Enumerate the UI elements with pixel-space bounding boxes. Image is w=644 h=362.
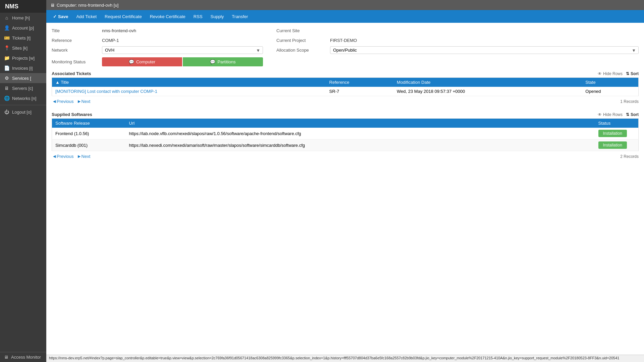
tickets-section-header: Associated Tickets 👁 Hide Rows ⇅ Sort [52, 71, 639, 76]
sidebar-item-servers[interactable]: 🖥 Servers [c] [0, 83, 46, 93]
software-url-cell-0: https://lab.node.vflb.com/nexedi/slapos/… [126, 128, 595, 139]
tickets-section-actions: 👁 Hide Rows ⇅ Sort [598, 71, 639, 76]
sites-icon: 📍 [4, 45, 9, 51]
tickets-prev-button[interactable]: ◀ Previous [52, 98, 75, 105]
title-value: nms-frontend-ovh [102, 27, 136, 33]
sidebar-item-networks[interactable]: 🌐 Networks [n] [0, 93, 46, 103]
sidebar-item-sites[interactable]: 📍 Sites [k] [0, 43, 46, 53]
table-row: Simcarddb (001) https://lab.nexedi.com/n… [52, 139, 639, 151]
partitions-mon-icon: 💬 [210, 59, 215, 64]
sidebar-item-services[interactable]: ⚙ Services [ [0, 73, 46, 83]
account-icon: 👤 [4, 25, 9, 31]
software-status-cell-1: Installation [595, 139, 639, 151]
next-arrow-icon-2: ▶ [78, 154, 80, 159]
reference-label: Reference [52, 37, 102, 43]
software-hide-rows-button[interactable]: 👁 Hide Rows [598, 112, 623, 117]
prev-arrow-icon: ◀ [53, 99, 56, 104]
toolbar: ✓ Save Add Ticket Request Certificate Re… [46, 10, 644, 23]
software-release-cell-0: Frontend (1.0.56) [52, 128, 126, 139]
monitor-icon: 🖥 [4, 355, 8, 360]
sidebar-item-tickets[interactable]: 🎫 Tickets [t] [0, 33, 46, 43]
ticket-modification-date-cell: Wed, 23 May 2018 09:57:37 +0000 [393, 87, 582, 96]
software-table: Software Release Url Status Frontend (1.… [52, 118, 639, 151]
tickets-icon: 🎫 [4, 35, 9, 41]
computer-monitoring-button[interactable]: 💬 Computer [102, 57, 182, 66]
software-section-header: Supplied Softwares 👁 Hide Rows ⇅ Sort [52, 112, 639, 117]
tickets-next-button[interactable]: ▶ Next [76, 98, 92, 105]
installation-button-1[interactable]: Installation [598, 141, 627, 149]
tickets-col-reference[interactable]: Reference [326, 78, 393, 87]
allocation-scope-label: Allocation Scope [276, 46, 330, 53]
current-project-value: FIRST-DEMO [330, 37, 357, 43]
sidebar: NMS ⌂ Home [h] 👤 Account [p] 🎫 Tickets [… [0, 0, 46, 362]
sidebar-item-projects[interactable]: 📁 Projects [w] [0, 53, 46, 63]
software-section-actions: 👁 Hide Rows ⇅ Sort [598, 112, 639, 117]
revoke-certificate-button[interactable]: Revoke Certificate [147, 13, 189, 20]
monitoring-buttons: 💬 Computer 💬 Partitions [102, 57, 263, 66]
installation-button-0[interactable]: Installation [598, 130, 627, 137]
servers-icon: 🖥 [4, 85, 9, 91]
sidebar-access-monitor[interactable]: 🖥 Access Monitor [0, 352, 46, 362]
tickets-hide-rows-button[interactable]: 👁 Hide Rows [598, 71, 623, 76]
eye-icon: 👁 [598, 71, 602, 76]
ticket-state-cell: Opened [582, 87, 638, 96]
software-col-release[interactable]: Software Release [52, 119, 126, 128]
tickets-sort-button[interactable]: ⇅ Sort [626, 71, 639, 76]
main-area: 🖥 Computer: nms-frontend-ovh [u] ✓ Save … [46, 0, 644, 362]
sidebar-item-account[interactable]: 👤 Account [p] [0, 23, 46, 33]
software-prev-button[interactable]: ◀ Previous [52, 153, 75, 160]
tickets-col-title[interactable]: ▲ Title [52, 78, 326, 87]
next-arrow-icon: ▶ [78, 99, 80, 104]
add-ticket-button[interactable]: Add Ticket [73, 13, 100, 20]
sidebar-item-invoices[interactable]: 📄 Invoices [i] [0, 63, 46, 73]
supply-button[interactable]: Supply [207, 13, 227, 20]
software-records-count: 2 Records [620, 154, 639, 159]
software-col-status[interactable]: Status [595, 119, 639, 128]
software-section-title: Supplied Softwares [52, 112, 92, 117]
software-status-cell-0: Installation [595, 128, 639, 139]
breadcrumb-icon: 🖥 [50, 3, 55, 8]
services-icon: ⚙ [4, 75, 9, 81]
software-sort-button[interactable]: ⇅ Sort [626, 112, 639, 117]
tickets-col-modification-date[interactable]: Modification Date [393, 78, 582, 87]
software-next-button[interactable]: ▶ Next [76, 153, 92, 160]
allocation-scope-select[interactable]: Open/Public [330, 46, 639, 54]
ticket-title-link[interactable]: [MONITORING] Lost contact with computer … [55, 89, 157, 94]
status-bar: https://nms-dev.erp5.net/#index?p.page=s… [46, 355, 644, 362]
transfer-button[interactable]: Transfer [228, 13, 251, 20]
sidebar-nav: ⌂ Home [h] 👤 Account [p] 🎫 Tickets [t] 📍… [0, 13, 46, 352]
save-button[interactable]: ✓ Save [50, 13, 71, 20]
prev-arrow-icon-2: ◀ [53, 154, 56, 159]
computer-mon-icon: 💬 [129, 59, 134, 64]
network-label: Network [52, 46, 102, 53]
tickets-col-state[interactable]: State [582, 78, 638, 87]
network-select[interactable]: OVH [102, 46, 263, 54]
monitoring-status-label: Monitoring Status [52, 59, 102, 64]
tickets-section-title: Associated Tickets [52, 71, 91, 76]
partitions-monitoring-button[interactable]: 💬 Partitions [183, 57, 263, 66]
software-col-url[interactable]: Url [126, 119, 595, 128]
tickets-table: ▲ Title Reference Modification Date Stat… [52, 77, 639, 96]
current-project-label: Current Project [276, 37, 330, 43]
networks-icon: 🌐 [4, 96, 9, 101]
software-pagination: ◀ Previous ▶ Next [52, 151, 92, 162]
current-site-label: Current Site [276, 27, 330, 33]
breadcrumb: 🖥 Computer: nms-frontend-ovh [u] [46, 0, 644, 10]
content-area: Title nms-frontend-ovh Reference COMP-1 … [46, 23, 644, 355]
reference-value: COMP-1 [102, 37, 119, 43]
sort-up-icon: ▲ [55, 80, 60, 85]
ticket-reference-cell: SR-7 [326, 87, 393, 96]
eye-icon-2: 👁 [598, 112, 602, 117]
network-select-wrap: OVH ▼ [102, 46, 263, 54]
sidebar-item-logout[interactable]: ⏻ Logout [o] [0, 107, 46, 117]
sidebar-item-home[interactable]: ⌂ Home [h] [0, 13, 46, 23]
request-certificate-button[interactable]: Request Certificate [101, 13, 145, 20]
projects-icon: 📁 [4, 55, 9, 61]
software-url-cell-1: https://lab.nexedi.com/nexedi/amarisoft/… [126, 139, 595, 151]
app-logo: NMS [0, 0, 46, 13]
rss-button[interactable]: RSS [190, 13, 206, 20]
sort-icon-2: ⇅ [626, 112, 629, 117]
ticket-title-cell: [MONITORING] Lost contact with computer … [52, 87, 326, 96]
table-row: [MONITORING] Lost contact with computer … [52, 87, 639, 96]
tickets-records-count: 1 Records [620, 99, 639, 104]
